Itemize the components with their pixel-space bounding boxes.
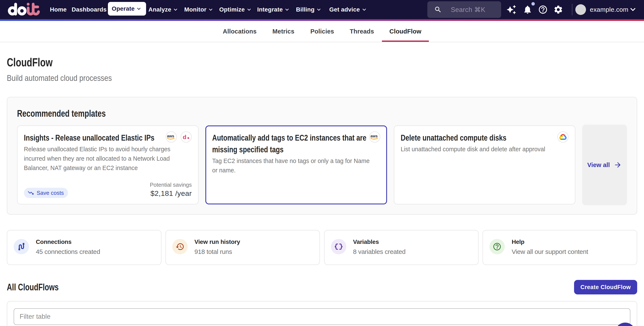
svg-text:aws: aws: [370, 134, 378, 138]
svg-text:d: d: [183, 134, 186, 140]
svg-text:aws: aws: [167, 134, 174, 138]
